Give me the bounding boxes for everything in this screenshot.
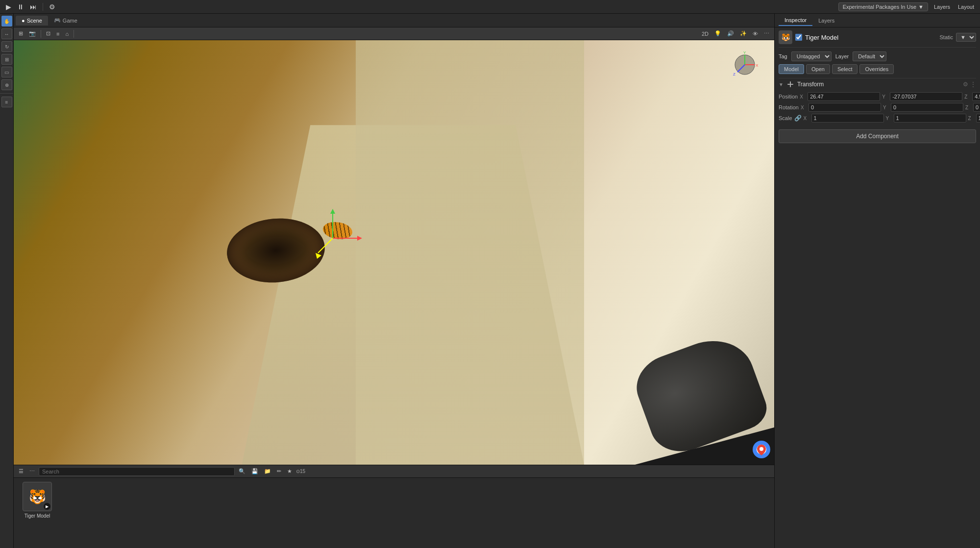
- bottom-pencil-btn[interactable]: ✏: [275, 467, 283, 475]
- tab-inspector[interactable]: Inspector: [779, 15, 812, 26]
- scene-tool-gizmos[interactable]: ⌂: [63, 30, 71, 38]
- rotation-x-input[interactable]: [808, 103, 881, 112]
- hand-tool-btn[interactable]: ✋: [1, 16, 12, 26]
- bottom-search-input[interactable]: [39, 467, 235, 476]
- scale-z-input[interactable]: [976, 114, 980, 123]
- tab-game[interactable]: 🎮 Game: [48, 15, 83, 25]
- rotation-y-label: Y: [883, 105, 889, 110]
- model-btn[interactable]: Model: [779, 64, 804, 74]
- add-component-button[interactable]: Add Component: [779, 129, 976, 143]
- left-toolbar: ✋ ↔ ↻ ⊞ ▭ ⊕ ≡: [0, 14, 14, 548]
- scale-row: Scale 🔗 X Y Z: [779, 114, 976, 123]
- asset-count: ⊙15: [296, 469, 305, 474]
- position-y-input[interactable]: [890, 92, 962, 101]
- tab-scene[interactable]: ● Scene: [16, 16, 48, 25]
- scene-tool-overlay[interactable]: ⊡: [44, 29, 52, 38]
- svg-text:Z: Z: [733, 72, 735, 76]
- scale-label: Scale: [779, 115, 792, 121]
- asset-tiger-model[interactable]: 🐯 ▶ Tiger Model: [18, 482, 57, 519]
- bottom-panel: ☰ ⋯ 🔍 💾 📁 ✏ ★ ⊙15 🐯 ▶ Tiger Model: [14, 465, 774, 548]
- right-panel: Inspector Layers 🐯 Tiger Model Static ▼ …: [774, 14, 980, 548]
- scene-tool-grid[interactable]: ⊞: [17, 29, 25, 38]
- scale-z-label: Z: [968, 116, 974, 121]
- top-bar: ▶ ⏸ ⏭ ⚙ Experimental Packages In Use ▼ L…: [0, 0, 980, 14]
- bottom-folder-btn[interactable]: 📁: [262, 467, 273, 475]
- object-active-checkbox[interactable]: [795, 34, 802, 41]
- center-area: ● Scene 🎮 Game ⊞ 📷 ⊡ ≡ ⌂ 2D 💡 🔊 ✨ 👁: [14, 14, 774, 548]
- tag-label: Tag: [779, 53, 787, 59]
- transform-section-header[interactable]: ▼ Transform ⚙ ⋮: [779, 78, 976, 90]
- scene-more-btn[interactable]: ⋯: [762, 29, 771, 38]
- rotate-tool-btn[interactable]: ↻: [1, 41, 12, 52]
- inspector-content: 🐯 Tiger Model Static ▼ Tag Untagged Laye…: [775, 27, 980, 548]
- transform-overflow-icon[interactable]: ⋮: [970, 81, 976, 88]
- scene-fx-btn[interactable]: ✨: [738, 29, 749, 38]
- select-btn[interactable]: Select: [832, 64, 858, 74]
- transform-arrow: ▼: [779, 82, 784, 87]
- bottom-menu-btn[interactable]: ☰: [17, 467, 25, 475]
- move-tool-btn[interactable]: ↔: [1, 28, 12, 39]
- pause-button[interactable]: ⏸: [15, 2, 26, 12]
- scale-x-input[interactable]: [811, 114, 884, 123]
- scale-tool-btn[interactable]: ⊞: [1, 54, 12, 65]
- rotation-y-input[interactable]: [891, 103, 963, 112]
- scene-toolbar: ⊞ 📷 ⊡ ≡ ⌂ 2D 💡 🔊 ✨ 👁 ⋯: [14, 27, 774, 40]
- scene-audio-btn[interactable]: 🔊: [725, 29, 736, 38]
- top-right-panel: Inspector Layers: [775, 14, 980, 27]
- scene-tool-layers[interactable]: ≡: [54, 30, 61, 38]
- transform-tool-btn[interactable]: ⊕: [1, 79, 12, 90]
- settings-button[interactable]: ⚙: [47, 2, 57, 12]
- maps-logo-container: [753, 441, 770, 460]
- bottom-save-btn[interactable]: 💾: [249, 467, 260, 475]
- transform-settings-icon[interactable]: ⚙: [963, 81, 968, 88]
- play-button[interactable]: ▶: [4, 2, 13, 12]
- scene-2d-toggle[interactable]: 2D: [700, 30, 710, 38]
- bottom-star-btn[interactable]: ★: [285, 467, 294, 475]
- asset-play-icon[interactable]: ▶: [44, 503, 50, 510]
- separator-1: [41, 30, 41, 38]
- step-button[interactable]: ⏭: [28, 2, 39, 12]
- layer-select[interactable]: Default: [853, 51, 886, 61]
- scene-light-btn[interactable]: 💡: [712, 29, 723, 38]
- scale-link-icon[interactable]: 🔗: [794, 115, 802, 122]
- position-group: X Y Z: [800, 92, 980, 101]
- rect-tool-btn[interactable]: ▭: [1, 67, 12, 77]
- overrides-btn[interactable]: Overrides: [859, 64, 894, 74]
- svg-line-4: [318, 238, 333, 253]
- layers-button[interactable]: Layers: [932, 3, 952, 11]
- rotation-z-input[interactable]: [973, 103, 980, 112]
- tag-select[interactable]: Untagged: [791, 51, 832, 61]
- bottom-panel-content: 🐯 ▶ Tiger Model: [14, 478, 774, 548]
- position-x-input[interactable]: [808, 92, 880, 101]
- scene-hidden-btn[interactable]: 👁: [751, 30, 760, 38]
- viewport[interactable]: X Y Z Google | Data SIO, NOAA, U.S. Navy…: [14, 40, 774, 465]
- model-row: Model Open Select Overrides: [779, 64, 976, 74]
- rotation-x-label: X: [801, 105, 807, 110]
- road-path-2: [356, 40, 584, 465]
- position-label: Position: [779, 94, 798, 100]
- bottom-more-btn[interactable]: ⋯: [27, 467, 37, 475]
- tiger-figure[interactable]: [318, 219, 357, 243]
- bottom-search-btn[interactable]: 🔍: [237, 467, 247, 475]
- position-z-input[interactable]: [972, 92, 980, 101]
- object-header: 🐯 Tiger Model Static ▼: [779, 30, 976, 48]
- tab-layers-right[interactable]: Layers: [812, 16, 840, 25]
- scene-tool-camera[interactable]: 📷: [27, 29, 38, 38]
- scale-y-input[interactable]: [894, 114, 966, 123]
- object-name[interactable]: Tiger Model: [805, 34, 936, 41]
- top-bar-right: Experimental Packages In Use ▼ Layers La…: [838, 2, 976, 11]
- layout-button[interactable]: Layout: [956, 3, 976, 11]
- transform-icon: [786, 80, 794, 88]
- static-dropdown[interactable]: ▼: [956, 33, 976, 42]
- static-label: Static: [939, 34, 953, 40]
- layers-tool-btn[interactable]: ≡: [1, 97, 12, 107]
- open-btn[interactable]: Open: [806, 64, 830, 74]
- object-icon: 🐯: [779, 30, 792, 44]
- separator-2: [74, 30, 74, 38]
- scene-game-tabs: ● Scene 🎮 Game: [14, 14, 774, 27]
- position-row: Position X Y Z: [779, 92, 976, 101]
- experimental-packages-dropdown[interactable]: Experimental Packages In Use ▼: [838, 2, 928, 11]
- position-z-label: Z: [964, 94, 970, 100]
- tag-layer-row: Tag Untagged Layer Default: [779, 51, 976, 61]
- svg-marker-3: [330, 209, 335, 214]
